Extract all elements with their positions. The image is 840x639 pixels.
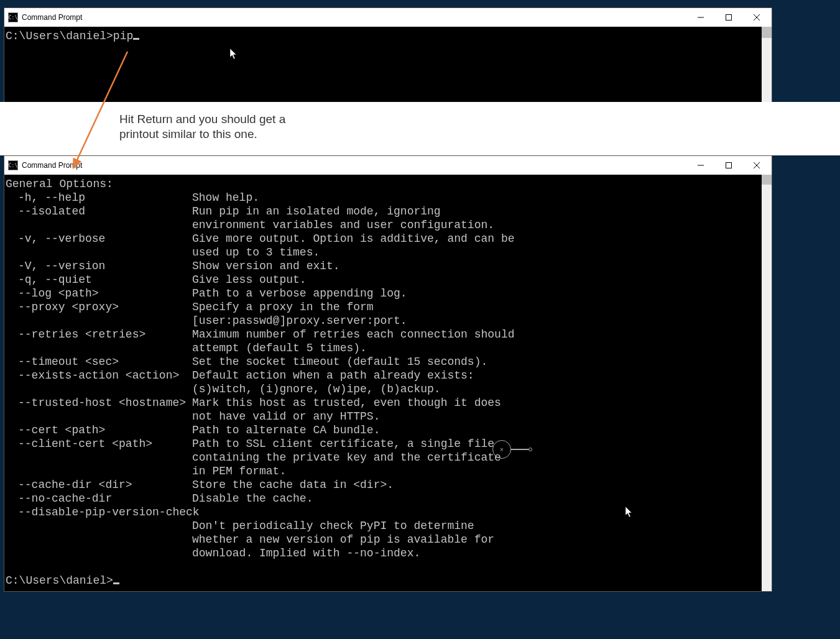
terminal-body-1: C:\Users\daniel>pip xyxy=(4,27,772,106)
maximize-icon xyxy=(726,162,732,168)
cmd-icon: C:\ xyxy=(8,12,18,22)
terminal-body-2: General Options:-h, --helpShow help.--is… xyxy=(4,175,772,591)
option-flag xyxy=(6,533,192,546)
instruction-line-2: printout similar to this one. xyxy=(119,127,840,142)
minimize-button[interactable] xyxy=(686,9,714,26)
window-controls-2 xyxy=(686,157,770,174)
option-flag: --trusted-host <hostname> xyxy=(6,396,192,410)
option-flag xyxy=(6,451,192,464)
option-flag: -V, --version xyxy=(6,259,192,273)
instruction-text: Hit Return and you should get a printout… xyxy=(0,102,840,155)
option-description: containing the private key and the certi… xyxy=(192,451,760,464)
option-description: not have valid or any HTTPS. xyxy=(192,410,760,423)
option-flag xyxy=(6,341,192,355)
option-row: --cert <path>Path to alternate CA bundle… xyxy=(6,423,760,437)
option-row: --no-cache-dirDisable the cache. xyxy=(6,492,760,505)
option-description: in PEM format. xyxy=(192,464,760,478)
option-description: download. Implied with --no-index. xyxy=(192,546,760,560)
option-row: --isolatedRun pip in an isolated mode, i… xyxy=(6,205,760,218)
prompt-line: C:\Users\daniel> xyxy=(6,574,760,587)
svg-rect-1 xyxy=(726,163,731,168)
option-flag xyxy=(6,218,192,232)
option-row: used up to 3 times. xyxy=(6,246,760,259)
command-prompt-window-2: C:\ Command Prompt General Options:-h, -… xyxy=(4,155,772,592)
option-description: Path to alternate CA bundle. xyxy=(192,423,760,437)
maximize-button[interactable] xyxy=(714,9,742,26)
option-description: environment variables and user configura… xyxy=(192,218,760,232)
option-row: whether a new version of pip is availabl… xyxy=(6,533,760,546)
option-description: Give more output. Option is additive, an… xyxy=(192,232,760,246)
scroll-thumb[interactable] xyxy=(762,27,772,38)
pin-anchor xyxy=(528,448,532,451)
close-button[interactable] xyxy=(742,9,770,26)
terminal-2[interactable]: General Options:-h, --helpShow help.--is… xyxy=(4,175,762,591)
maximize-icon xyxy=(726,14,732,21)
option-description: whether a new version of pip is availabl… xyxy=(192,533,760,546)
close-button[interactable] xyxy=(742,157,770,174)
option-flag xyxy=(6,410,192,423)
option-row: --retries <retries>Maximum number of ret… xyxy=(6,328,760,341)
cmd-icon: C:\ xyxy=(8,160,18,170)
option-description: attempt (default 5 times). xyxy=(192,341,760,355)
option-row: --log <path>Path to a verbose appending … xyxy=(6,287,760,300)
option-flag: --isolated xyxy=(6,205,192,218)
option-description xyxy=(192,505,760,519)
text-cursor xyxy=(133,38,139,40)
maximize-button[interactable] xyxy=(714,157,742,174)
scrollbar-1[interactable] xyxy=(762,27,772,106)
option-row: [user:passwd@]proxy.server:port. xyxy=(6,314,760,328)
option-flag: -h, --help xyxy=(6,191,192,205)
option-flag xyxy=(6,464,192,478)
option-flag: --no-cache-dir xyxy=(6,492,192,505)
terminal-1[interactable]: C:\Users\daniel>pip xyxy=(4,27,762,106)
option-flag: -v, --verbose xyxy=(6,232,192,246)
option-row: in PEM format. xyxy=(6,464,760,478)
option-row: not have valid or any HTTPS. xyxy=(6,410,760,423)
option-description: Disable the cache. xyxy=(192,492,760,505)
option-description: Give less output. xyxy=(192,273,760,287)
pin-connector xyxy=(511,449,528,450)
option-row: --client-cert <path>Path to SSL client c… xyxy=(6,437,760,451)
option-description: Don't periodically check PyPI to determi… xyxy=(192,519,760,533)
option-description: Default action when a path already exist… xyxy=(192,369,760,382)
option-row: -q, --quietGive less output. xyxy=(6,273,760,287)
option-description: (s)witch, (i)gnore, (w)ipe, (b)ackup. xyxy=(192,382,760,396)
option-description: Set the socket timeout (default 15 secon… xyxy=(192,355,760,369)
option-row: -h, --helpShow help. xyxy=(6,191,760,205)
option-description: Show help. xyxy=(192,191,760,205)
scrollbar-2[interactable] xyxy=(762,175,772,591)
option-flag xyxy=(6,382,192,396)
option-row: Don't periodically check PyPI to determi… xyxy=(6,519,760,533)
option-flag xyxy=(6,546,192,560)
text-cursor xyxy=(113,582,119,584)
option-row: --trusted-host <hostname>Mark this host … xyxy=(6,396,760,410)
option-row: --proxy <proxy>Specify a proxy in the fo… xyxy=(6,300,760,314)
window-controls xyxy=(686,9,770,26)
option-row: -V, --versionShow version and exit. xyxy=(6,259,760,273)
option-description: [user:passwd@]proxy.server:port. xyxy=(192,314,760,328)
option-flag: --log <path> xyxy=(6,287,192,300)
option-row: --timeout <sec>Set the socket timeout (d… xyxy=(6,355,760,369)
scroll-thumb[interactable] xyxy=(762,175,772,185)
option-description: Run pip in an isolated mode, ignoring xyxy=(192,205,760,218)
instruction-line-1: Hit Return and you should get a xyxy=(119,112,840,127)
option-flag xyxy=(6,246,192,259)
titlebar-2[interactable]: C:\ Command Prompt xyxy=(4,156,772,175)
option-row: --cache-dir <dir>Store the cache data in… xyxy=(6,478,760,492)
window-title-2: Command Prompt xyxy=(22,161,686,170)
option-row: --exists-action <action>Default action w… xyxy=(6,369,760,382)
option-flag: -q, --quiet xyxy=(6,273,192,287)
titlebar-1[interactable]: C:\ Command Prompt xyxy=(4,8,772,27)
comment-pin-widget[interactable]: × xyxy=(492,440,532,459)
minimize-icon xyxy=(698,162,704,168)
close-icon xyxy=(754,14,760,21)
option-row: environment variables and user configura… xyxy=(6,218,760,232)
svg-rect-0 xyxy=(726,15,731,21)
option-description: Maximum number of retries each connectio… xyxy=(192,328,760,341)
pin-close-icon[interactable]: × xyxy=(492,440,511,459)
option-description: used up to 3 times. xyxy=(192,246,760,259)
minimize-button[interactable] xyxy=(686,157,714,174)
option-flag: --timeout <sec> xyxy=(6,355,192,369)
option-flag: --disable-pip-version-check xyxy=(6,505,192,519)
close-icon xyxy=(754,162,760,168)
